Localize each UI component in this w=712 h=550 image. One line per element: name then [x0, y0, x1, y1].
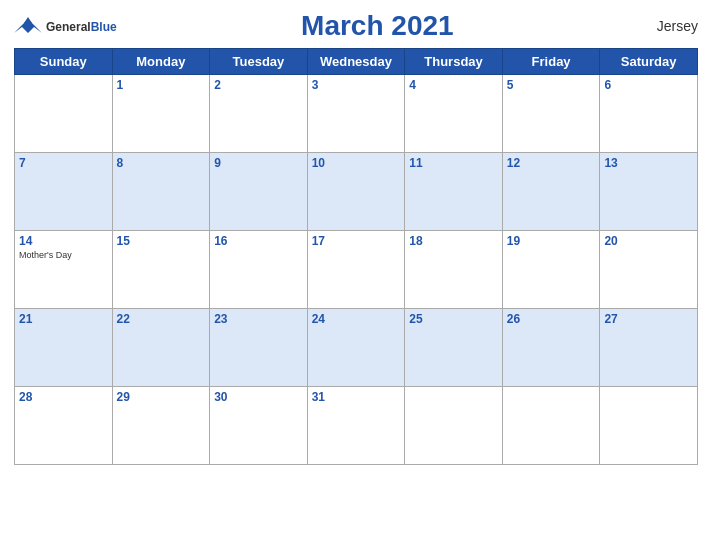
calendar-table: Sunday Monday Tuesday Wednesday Thursday… — [14, 48, 698, 465]
calendar-day-cell — [600, 387, 698, 465]
calendar-day-cell: 22 — [112, 309, 210, 387]
day-number: 20 — [604, 234, 693, 248]
day-number: 10 — [312, 156, 401, 170]
calendar-day-cell: 18 — [405, 231, 503, 309]
calendar-day-cell: 23 — [210, 309, 308, 387]
logo: GeneralBlue — [14, 15, 117, 37]
calendar-day-cell: 16 — [210, 231, 308, 309]
calendar-week-row: 21222324252627 — [15, 309, 698, 387]
day-number: 23 — [214, 312, 303, 326]
day-number: 16 — [214, 234, 303, 248]
calendar-day-cell: 5 — [502, 75, 600, 153]
day-number: 27 — [604, 312, 693, 326]
calendar-day-cell: 19 — [502, 231, 600, 309]
calendar-day-cell: 1 — [112, 75, 210, 153]
svg-marker-1 — [24, 17, 32, 23]
day-number: 25 — [409, 312, 498, 326]
day-number: 7 — [19, 156, 108, 170]
day-number: 29 — [117, 390, 206, 404]
calendar-day-cell: 25 — [405, 309, 503, 387]
calendar-day-cell: 10 — [307, 153, 405, 231]
day-number: 8 — [117, 156, 206, 170]
col-tuesday: Tuesday — [210, 49, 308, 75]
col-wednesday: Wednesday — [307, 49, 405, 75]
calendar-day-cell: 24 — [307, 309, 405, 387]
calendar-day-cell: 21 — [15, 309, 113, 387]
day-number: 15 — [117, 234, 206, 248]
day-number: 9 — [214, 156, 303, 170]
day-number: 22 — [117, 312, 206, 326]
col-monday: Monday — [112, 49, 210, 75]
day-number: 13 — [604, 156, 693, 170]
day-number: 18 — [409, 234, 498, 248]
day-number: 19 — [507, 234, 596, 248]
col-saturday: Saturday — [600, 49, 698, 75]
day-number: 5 — [507, 78, 596, 92]
calendar-day-cell — [15, 75, 113, 153]
day-number: 21 — [19, 312, 108, 326]
calendar-day-cell: 12 — [502, 153, 600, 231]
col-sunday: Sunday — [15, 49, 113, 75]
days-header-row: Sunday Monday Tuesday Wednesday Thursday… — [15, 49, 698, 75]
calendar-day-cell: 26 — [502, 309, 600, 387]
calendar-day-cell: 2 — [210, 75, 308, 153]
day-number: 28 — [19, 390, 108, 404]
calendar-container: GeneralBlue March 2021 Jersey Sunday Mon… — [0, 0, 712, 550]
day-number: 4 — [409, 78, 498, 92]
calendar-day-cell: 27 — [600, 309, 698, 387]
col-thursday: Thursday — [405, 49, 503, 75]
day-number: 30 — [214, 390, 303, 404]
calendar-header: GeneralBlue March 2021 Jersey — [14, 10, 698, 42]
calendar-week-row: 28293031 — [15, 387, 698, 465]
calendar-day-cell: 6 — [600, 75, 698, 153]
calendar-day-cell: 3 — [307, 75, 405, 153]
calendar-day-cell — [405, 387, 503, 465]
day-event: Mother's Day — [19, 250, 108, 260]
day-number: 12 — [507, 156, 596, 170]
calendar-region: Jersey — [638, 18, 698, 34]
calendar-day-cell: 11 — [405, 153, 503, 231]
calendar-week-row: 78910111213 — [15, 153, 698, 231]
day-number: 17 — [312, 234, 401, 248]
calendar-day-cell: 17 — [307, 231, 405, 309]
calendar-day-cell — [502, 387, 600, 465]
day-number: 6 — [604, 78, 693, 92]
calendar-day-cell: 29 — [112, 387, 210, 465]
logo-bird-icon — [14, 15, 42, 37]
calendar-day-cell: 30 — [210, 387, 308, 465]
calendar-day-cell: 14Mother's Day — [15, 231, 113, 309]
calendar-day-cell: 7 — [15, 153, 113, 231]
logo-text: GeneralBlue — [46, 17, 117, 35]
day-number: 1 — [117, 78, 206, 92]
calendar-week-row: 14Mother's Day151617181920 — [15, 231, 698, 309]
day-number: 3 — [312, 78, 401, 92]
day-number: 24 — [312, 312, 401, 326]
calendar-day-cell: 8 — [112, 153, 210, 231]
calendar-day-cell: 4 — [405, 75, 503, 153]
calendar-day-cell: 28 — [15, 387, 113, 465]
day-number: 26 — [507, 312, 596, 326]
calendar-day-cell: 31 — [307, 387, 405, 465]
day-number: 11 — [409, 156, 498, 170]
logo-general: General — [46, 20, 91, 34]
calendar-day-cell: 20 — [600, 231, 698, 309]
logo-blue: Blue — [91, 20, 117, 34]
day-number: 31 — [312, 390, 401, 404]
calendar-day-cell: 15 — [112, 231, 210, 309]
calendar-week-row: 123456 — [15, 75, 698, 153]
calendar-title: March 2021 — [117, 10, 638, 42]
col-friday: Friday — [502, 49, 600, 75]
calendar-day-cell: 9 — [210, 153, 308, 231]
calendar-day-cell: 13 — [600, 153, 698, 231]
day-number: 2 — [214, 78, 303, 92]
day-number: 14 — [19, 234, 108, 248]
